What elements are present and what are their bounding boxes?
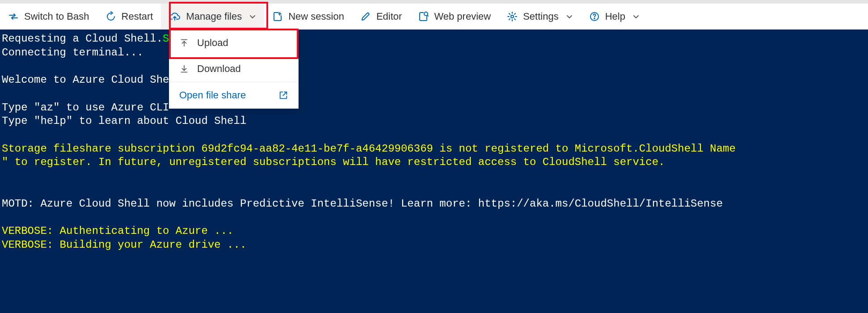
terminal-line-warning: Storage fileshare subscription 69d2fc94-…	[2, 143, 736, 155]
editor-icon	[360, 11, 371, 22]
web-preview-label: Web preview	[434, 11, 491, 22]
download-icon	[179, 64, 189, 74]
cloud-upload-icon	[169, 11, 181, 22]
help-icon	[589, 11, 600, 22]
open-file-share-label: Open file share	[179, 89, 246, 101]
download-menu-item[interactable]: Download	[169, 56, 298, 82]
terminal-line: Requesting a Cloud Shell.	[2, 33, 163, 45]
settings-label: Settings	[523, 11, 559, 22]
terminal-line-verbose: VERBOSE: Building your Azure drive ...	[2, 239, 246, 251]
restart-icon	[105, 11, 116, 22]
terminal-line: Connecting terminal...	[2, 47, 143, 59]
upload-label: Upload	[197, 37, 228, 49]
download-label: Download	[197, 63, 241, 75]
editor-button[interactable]: Editor	[352, 4, 410, 30]
web-preview-button[interactable]: Web preview	[410, 4, 499, 30]
manage-files-label: Manage files	[186, 11, 242, 22]
new-session-button[interactable]: New session	[264, 4, 352, 30]
help-label: Help	[605, 11, 625, 22]
manage-files-button[interactable]: Manage files	[161, 4, 264, 30]
terminal-line: MOTD: Azure Cloud Shell now includes Pre…	[2, 198, 723, 210]
chevron-down-icon	[249, 13, 256, 20]
chevron-down-icon	[566, 13, 573, 20]
switch-icon	[8, 11, 19, 22]
terminal-output[interactable]: Requesting a Cloud Shell.Su Connecting t…	[0, 30, 868, 313]
chevron-down-icon	[632, 13, 640, 20]
terminal-line: Type "help" to learn about Cloud Shell	[2, 115, 246, 127]
gear-icon	[507, 11, 518, 22]
window-chrome-gap	[0, 0, 868, 4]
upload-icon	[179, 38, 189, 48]
terminal-line: Type "az" to use Azure CLI	[2, 102, 169, 114]
new-session-label: New session	[288, 11, 344, 22]
external-link-icon	[278, 90, 288, 100]
upload-menu-item[interactable]: Upload	[169, 30, 298, 56]
cloud-shell-toolbar: Switch to Bash Restart Manage files	[0, 4, 868, 30]
new-session-icon	[272, 11, 283, 22]
switch-to-bash-button[interactable]: Switch to Bash	[4, 4, 97, 30]
help-button[interactable]: Help	[581, 4, 648, 30]
terminal-line-verbose: VERBOSE: Authenticating to Azure ...	[2, 225, 233, 237]
restart-label: Restart	[122, 11, 153, 22]
editor-label: Editor	[376, 11, 402, 22]
svg-point-1	[511, 15, 514, 18]
settings-button[interactable]: Settings	[499, 4, 581, 30]
open-file-share-menu-item[interactable]: Open file share	[169, 82, 298, 108]
web-preview-icon	[418, 11, 429, 22]
switch-to-bash-label: Switch to Bash	[24, 11, 89, 22]
terminal-line: Welcome to Azure Cloud Shell	[2, 74, 182, 86]
manage-files-dropdown: Upload Download Open file share	[169, 30, 299, 109]
restart-button[interactable]: Restart	[97, 4, 161, 30]
svg-point-3	[594, 18, 595, 19]
terminal-line-warning: " to register. In future, unregistered s…	[2, 156, 665, 168]
